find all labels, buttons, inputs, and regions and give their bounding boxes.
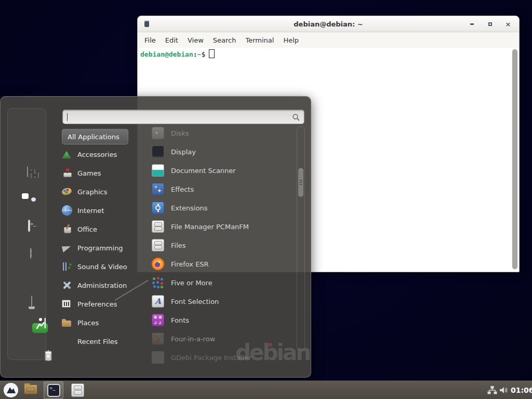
category-places[interactable]: Places <box>62 313 141 332</box>
menu-terminal[interactable]: Terminal <box>241 34 278 46</box>
app-item-extensions[interactable]: Extensions <box>148 198 296 217</box>
file-manager-launcher[interactable] <box>71 383 84 397</box>
file-cabinet-icon <box>152 239 164 251</box>
category-label: All Applications <box>68 133 119 141</box>
category-label: Games <box>77 169 101 177</box>
extensions-gear-icon <box>152 202 164 214</box>
app-item-firefox-esr[interactable]: Firefox ESR <box>148 255 296 273</box>
category-label: Graphics <box>77 188 107 196</box>
recent-files-spacer <box>62 336 72 347</box>
accessories-icon <box>62 151 71 158</box>
file-manager-icon[interactable] <box>30 248 31 259</box>
programming-icon <box>62 244 72 252</box>
menu-button[interactable] <box>3 382 19 398</box>
category-internet[interactable]: Internet <box>62 201 141 220</box>
app-item-fonts[interactable]: Fonts <box>148 311 296 329</box>
terminal-menubar: File Edit View Search Terminal Help <box>138 32 519 48</box>
folder-launcher-icon[interactable] <box>24 384 37 394</box>
close-button[interactable]: × <box>504 20 512 28</box>
menu-scrollbar[interactable] <box>297 126 305 351</box>
app-label: Four-in-a-row <box>171 335 215 343</box>
app-label: File Manager PCManFM <box>171 223 249 231</box>
terminal-icon <box>47 384 60 397</box>
file-cabinet-icon <box>71 383 84 397</box>
category-label: Places <box>77 319 99 327</box>
volume-icon[interactable] <box>499 385 508 397</box>
app-item-display[interactable]: Display <box>148 142 296 161</box>
network-icon[interactable] <box>487 386 497 396</box>
terminal-icon[interactable] <box>28 220 30 232</box>
menu-view[interactable]: View <box>183 34 208 46</box>
five-or-more-icon <box>152 276 164 289</box>
terminal-scrollbar-thumb[interactable] <box>512 49 517 269</box>
app-item-effects[interactable]: Effects <box>148 180 296 198</box>
preferences-icon <box>62 300 71 308</box>
menu-edit[interactable]: Edit <box>161 34 183 46</box>
terminal-titlebar[interactable]: debian@debian: ~ × <box>138 16 519 32</box>
graphics-icon <box>61 187 72 196</box>
log-out-icon[interactable] <box>32 323 48 333</box>
terminal-task-button[interactable] <box>44 381 63 399</box>
taskbar: 01:06 <box>0 380 532 399</box>
category-label: Office <box>77 225 97 233</box>
four-in-a-row-icon <box>152 332 164 345</box>
category-all-applications[interactable]: All Applications <box>62 129 128 144</box>
favorites-rail <box>7 108 46 360</box>
search-input[interactable] <box>63 110 304 124</box>
lock-screen-icon[interactable] <box>31 296 32 307</box>
display-icon <box>152 145 164 158</box>
app-item-gdebi[interactable]: GDebi Package Installer <box>148 348 296 367</box>
file-cabinet-icon <box>152 220 164 233</box>
menu-search[interactable]: Search <box>208 34 241 46</box>
app-item-files[interactable]: Files <box>148 236 296 255</box>
search-box <box>62 110 304 124</box>
app-label: Fonts <box>171 316 189 324</box>
category-label: Programming <box>77 244 123 252</box>
disks-icon <box>152 127 164 139</box>
app-item-four-in-a-row[interactable]: Four-in-a-row <box>148 329 296 348</box>
app-item-disks[interactable]: Disks <box>148 124 296 142</box>
firefox-icon <box>152 258 164 270</box>
app-label: Display <box>171 148 196 156</box>
app-item-file-manager-pcmanfm[interactable]: File Manager PCManFM <box>148 217 296 236</box>
taskbar-clock[interactable]: 01:06 <box>511 386 532 394</box>
games-icon <box>62 168 72 178</box>
menu-help[interactable]: Help <box>278 34 303 46</box>
search-caret <box>67 113 68 121</box>
fonts-icon <box>152 314 164 326</box>
menu-file[interactable]: File <box>140 34 161 46</box>
category-graphics[interactable]: Graphics <box>62 182 141 201</box>
app-label: Font Selection <box>171 298 219 305</box>
prompt-separator: : <box>193 50 197 58</box>
prompt-user-host: debian@debian <box>140 50 193 58</box>
terminal-scrollbar[interactable] <box>512 48 518 270</box>
app-label: Files <box>171 242 186 249</box>
desktop: debian@debian: ~ × File Edit View Search… <box>0 0 532 399</box>
app-item-document-scanner[interactable]: Document Scanner <box>148 161 296 180</box>
document-scanner-icon <box>152 164 164 177</box>
category-programming[interactable]: Programming <box>62 238 141 257</box>
category-recent-files[interactable]: Recent Files <box>62 332 141 351</box>
effects-icon <box>152 183 164 195</box>
menu-scrollbar-thumb[interactable] <box>298 168 303 197</box>
app-label: Disks <box>171 129 189 137</box>
shut-down-icon[interactable] <box>48 350 49 361</box>
minimize-button[interactable] <box>468 20 475 28</box>
application-menu: debian All Applications Accessori <box>0 96 311 378</box>
maximize-button[interactable] <box>486 20 494 28</box>
app-label: Firefox ESR <box>171 260 209 268</box>
category-accessories[interactable]: Accessories <box>62 145 141 164</box>
category-games[interactable]: Games <box>62 164 141 182</box>
terminal-title: debian@debian: ~ <box>138 20 519 28</box>
terminal-window-icon <box>144 21 149 27</box>
category-office[interactable]: Office <box>62 220 141 238</box>
terminal-cursor <box>209 49 215 58</box>
app-item-five-or-more[interactable]: Five or More <box>148 273 296 292</box>
category-sound-video[interactable]: Sound & Video <box>62 257 141 276</box>
category-preferences[interactable]: Preferences <box>62 295 141 313</box>
settings-sliders-icon[interactable] <box>27 166 28 177</box>
category-label: Accessories <box>77 151 117 158</box>
app-label: Effects <box>171 185 194 193</box>
app-item-font-selection[interactable]: Font Selection <box>148 292 296 311</box>
app-label: GDebi Package Installer <box>171 354 251 362</box>
